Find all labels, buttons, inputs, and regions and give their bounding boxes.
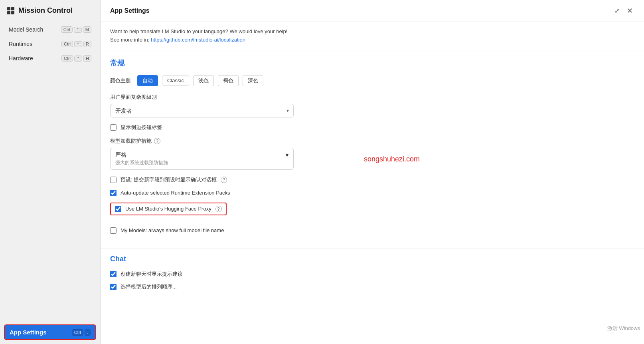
chat-section-title: Chat [110,255,634,263]
model-protection-row: 模型加载防护措施 ? 严格 ▾ 强大的系统过载预防措施 [110,137,634,170]
show-sidebar-checkbox[interactable] [110,124,117,131]
app-settings-ctrl: Ctrl [72,329,83,336]
preset-confirm-label: 预设: 提交新字段到预设时显示确认对话框 [121,176,217,183]
general-section: 常规 颜色主题 自动 Classic 浅色 褐色 深色 用户界面复杂度级别 开发… [101,50,644,248]
sidebar-title: Mission Control [18,6,73,15]
app-settings-shortcut: Ctrl . [72,329,91,336]
ui-complexity-dropdown-wrapper: 开发者 ▾ [110,104,294,117]
main-title: App Settings [110,7,150,14]
sidebar-item-model-search[interactable]: Model Search Ctrl ⌃ M [4,23,96,36]
model-protection-subtext: 强大的系统过载预防措施 [111,159,293,169]
auto-update-checkbox[interactable] [110,190,117,196]
app-settings-label: App Settings [10,329,47,336]
preset-confirm-help-icon[interactable]: ? [221,177,227,183]
hardware-key: H [83,55,91,62]
chat-suggestions-label: 创建新聊天时显示提示建议 [121,270,183,278]
ui-complexity-dropdown[interactable]: 开发者 [110,104,294,117]
my-models-row: My Models: always show full model file n… [110,227,634,234]
preset-confirm-checkbox[interactable] [110,177,117,183]
hugging-face-checkbox[interactable] [115,206,121,212]
show-sidebar-row: 显示侧边按钮标签 [110,124,634,131]
hugging-face-label: Use LM Studio's Hugging Face Proxy [125,206,211,212]
model-search-mod: ⌃ [74,27,82,33]
chat-more-checkbox[interactable] [110,284,117,290]
main-header: App Settings ⤢ ✕ [101,0,644,22]
translation-notice: Want to help translate LM Studio to your… [101,22,644,50]
color-theme-label: 颜色主题 [110,77,131,84]
model-search-shortcut: Ctrl ⌃ M [61,26,91,33]
auto-update-row: Auto-update selected Runtime Extension P… [110,190,634,196]
sidebar: Mission Control Model Search Ctrl ⌃ M Ru… [0,0,101,344]
model-protection-arrow: ▾ [286,152,288,158]
my-models-label: My Models: always show full model file n… [121,227,224,233]
auto-update-checkbox-row: Auto-update selected Runtime Extension P… [110,190,634,196]
runtimes-shortcut: Ctrl ⌃ R [61,41,91,47]
theme-buttons: 颜色主题 自动 Classic 浅色 褐色 深色 [110,75,634,86]
preset-confirm-row: 预设: 提交新字段到预设时显示确认对话框 ? [110,176,634,183]
sidebar-item-hardware[interactable]: Hardware Ctrl ⌃ H [4,52,96,65]
runtimes-ctrl: Ctrl [61,41,73,47]
runtimes-mod: ⌃ [74,41,82,47]
chat-more-label: 选择模型后的排列顺序... [121,283,177,290]
translation-link[interactable]: https://github.com/lmstudio-ai/localizat… [151,37,245,43]
model-protection-dropdown[interactable]: 严格 ▾ 强大的系统过载预防措施 [110,148,294,170]
hardware-mod: ⌃ [74,56,82,62]
sidebar-item-runtimes[interactable]: Runtimes Ctrl ⌃ R [4,37,96,51]
show-sidebar-checkbox-row: 显示侧边按钮标签 [110,124,634,131]
preset-confirm-checkbox-row: 预设: 提交新字段到预设时显示确认对话框 ? [110,176,634,183]
model-protection-label: 模型加载防护措施 ? [110,137,634,145]
close-icon: ✕ [627,6,633,15]
model-protection-value: 严格 ▾ [111,148,293,159]
chat-suggestions-checkbox[interactable] [110,271,117,277]
model-search-ctrl: Ctrl [61,26,73,33]
color-theme-row: 颜色主题 自动 Classic 浅色 褐色 深色 [110,75,634,86]
grid-icon [7,7,14,14]
theme-btn-auto[interactable]: 自动 [137,75,158,86]
show-sidebar-label: 显示侧边按钮标签 [121,124,162,131]
hardware-label: Hardware [9,55,33,62]
runtimes-key: R [83,41,91,47]
ui-complexity-row: 用户界面复杂度级别 开发者 ▾ [110,93,634,117]
hardware-ctrl: Ctrl [61,55,73,62]
chat-section: Chat 创建新聊天时显示提示建议 选择模型后的排列顺序... [101,248,644,302]
translation-line2: See more info in: https://github.com/lms… [110,36,634,44]
hardware-shortcut: Ctrl ⌃ H [61,55,91,62]
ui-complexity-label: 用户界面复杂度级别 [110,93,634,101]
model-search-label: Model Search [9,26,43,33]
my-models-checkbox[interactable] [110,227,117,234]
expand-button[interactable]: ⤢ [613,6,621,16]
main-body: Want to help translate LM Studio to your… [101,22,644,344]
app-settings-key: . [85,329,91,336]
hugging-face-highlighted: Use LM Studio's Hugging Face Proxy ? [110,203,227,215]
model-protection-help-icon[interactable]: ? [154,138,160,144]
main-content: App Settings ⤢ ✕ Want to help translate … [101,0,644,344]
sidebar-item-app-settings[interactable]: App Settings Ctrl . [4,324,96,340]
sidebar-bottom: App Settings Ctrl . [0,320,100,344]
theme-btn-light[interactable]: 浅色 [193,75,214,86]
close-button[interactable]: ✕ [625,5,634,17]
hugging-face-help-icon[interactable]: ? [215,206,222,212]
my-models-checkbox-row: My Models: always show full model file n… [110,227,634,234]
general-section-title: 常规 [110,58,634,68]
runtimes-label: Runtimes [9,41,32,47]
sidebar-header: Mission Control [0,0,100,23]
chat-more-row: 选择模型后的排列顺序... [110,283,634,290]
expand-icon: ⤢ [614,7,620,14]
theme-btn-brown[interactable]: 褐色 [218,75,239,86]
translation-line1: Want to help translate LM Studio to your… [110,28,634,36]
sidebar-nav: Model Search Ctrl ⌃ M Runtimes Ctrl ⌃ R … [0,23,100,65]
auto-update-label: Auto-update selected Runtime Extension P… [121,190,230,196]
theme-btn-classic[interactable]: Classic [162,76,189,86]
model-search-key: M [83,26,91,33]
theme-btn-dark[interactable]: 深色 [243,75,263,86]
header-actions: ⤢ ✕ [613,5,634,17]
hugging-face-row: Use LM Studio's Hugging Face Proxy ? [110,203,634,221]
chat-suggestions-row: 创建新聊天时显示提示建议 [110,270,634,278]
